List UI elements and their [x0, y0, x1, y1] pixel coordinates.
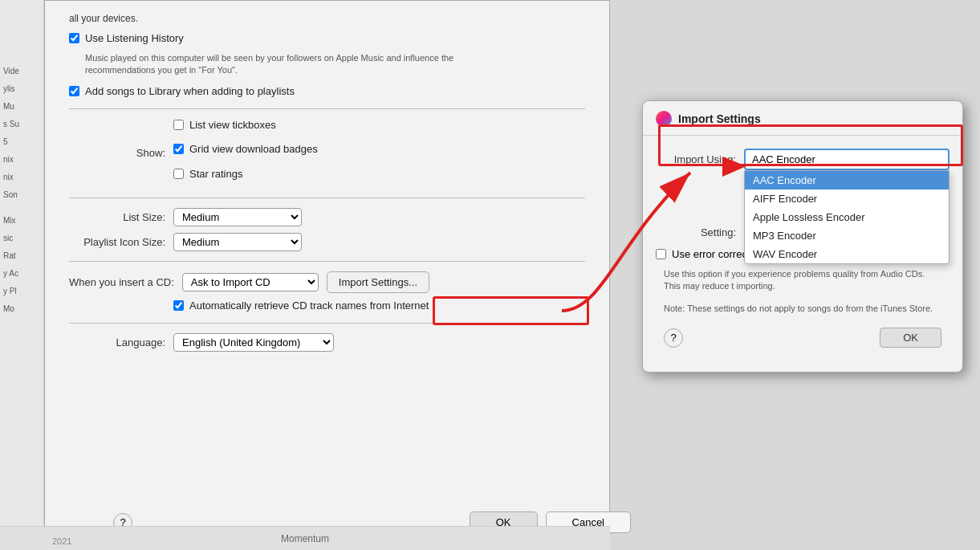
error-correction-desc: Use this option if you experience proble…: [656, 268, 950, 293]
use-listening-history-row: Use Listening History: [69, 32, 585, 46]
divider-1: [69, 108, 585, 109]
top-text: all your devices.: [69, 9, 585, 24]
import-using-label: Import Using:: [656, 153, 736, 165]
import-settings-dialog: Import Settings Import Using: AAC Encode…: [642, 100, 963, 373]
grid-view-badges-checkbox[interactable]: [173, 144, 184, 154]
list-size-row: List Size: Medium Small Large: [69, 208, 585, 226]
divider-3: [69, 261, 585, 262]
sidebar-item-3[interactable]: s Su: [0, 117, 43, 132]
sidebar-item-14[interactable]: Mo: [0, 302, 43, 316]
sidebar-item-6[interactable]: nix: [0, 170, 43, 185]
preferences-dialog: all your devices. Use Listening History …: [44, 0, 610, 550]
auto-retrieve-row: Automatically retrieve CD track names fr…: [173, 299, 585, 313]
language-select[interactable]: English (United Kingdom) English (United…: [173, 333, 334, 352]
sidebar-item-13[interactable]: y Pl: [0, 284, 43, 299]
import-using-row: Import Using: AAC Encoder AIFF Encoder A…: [656, 149, 950, 170]
sidebar-item-2[interactable]: Mu: [0, 100, 43, 114]
use-listening-history-label: Use Listening History: [85, 32, 184, 46]
dropdown-item-mp3[interactable]: MP3 Encoder: [745, 226, 949, 245]
sidebar-item-1[interactable]: ylis: [0, 82, 43, 96]
sidebar-item-5[interactable]: nix: [0, 153, 43, 167]
grid-view-badges-row: Grid view download badges: [173, 143, 318, 157]
add-songs-label: Add songs to Library when adding to play…: [85, 85, 295, 99]
import-ok-button[interactable]: OK: [880, 328, 941, 348]
import-dialog-title: Import Settings: [643, 101, 962, 136]
language-row: Language: English (United Kingdom) Engli…: [69, 333, 585, 352]
sidebar-item-0[interactable]: Vide: [0, 64, 43, 79]
dropdown-item-aiff[interactable]: AIFF Encoder: [745, 189, 949, 208]
star-ratings-row: Star ratings: [173, 168, 318, 181]
bottom-bar: Momentum: [0, 526, 610, 550]
sidebar-item-7[interactable]: Son: [0, 188, 43, 202]
star-ratings-label: Star ratings: [189, 168, 242, 181]
note-text: Note: These settings do not apply to son…: [656, 303, 950, 315]
sidebar-item-11[interactable]: Rat: [0, 249, 43, 263]
use-listening-history-checkbox[interactable]: [69, 33, 79, 43]
sidebar-item-4[interactable]: 5: [0, 135, 43, 149]
insert-cd-select[interactable]: Ask to Import CD Import CD Import CD and…: [182, 273, 319, 291]
star-ratings-checkbox[interactable]: [173, 169, 184, 179]
playlist-icon-size-row: Playlist Icon Size: Medium Small Large: [69, 233, 585, 251]
sidebar-item-10[interactable]: sic: [0, 231, 43, 246]
add-songs-row: Add songs to Library when adding to play…: [69, 85, 585, 99]
import-dialog-buttons: ? OK: [656, 328, 950, 359]
dropdown-item-aac[interactable]: AAC Encoder: [745, 171, 949, 189]
playlist-icon-size-label: Playlist Icon Size:: [69, 236, 165, 248]
list-view-tickboxes-label: List view tickboxes: [189, 119, 276, 132]
import-using-select-wrapper: AAC Encoder AIFF Encoder Apple Lossless …: [744, 149, 950, 170]
import-dialog-title-text: Import Settings: [678, 112, 761, 125]
import-settings-button[interactable]: Import Settings...: [327, 271, 429, 293]
list-view-tickboxes-checkbox[interactable]: [173, 120, 184, 130]
import-help-button[interactable]: ?: [664, 328, 683, 348]
import-using-dropdown-list: AAC Encoder AIFF Encoder Apple Lossless …: [744, 170, 950, 264]
insert-cd-label: When you insert a CD:: [69, 276, 174, 288]
bottom-bar-text: Momentum: [281, 533, 329, 544]
list-view-tickboxes-row: List view tickboxes: [173, 119, 318, 132]
import-using-select[interactable]: AAC Encoder AIFF Encoder Apple Lossless …: [744, 149, 950, 170]
add-songs-checkbox[interactable]: [69, 86, 79, 96]
itunes-logo-icon: [656, 111, 672, 127]
divider-2: [69, 198, 585, 198]
setting-label: Setting:: [656, 226, 736, 238]
list-size-select[interactable]: Medium Small Large: [173, 208, 302, 226]
sidebar-item-8[interactable]: [0, 206, 43, 210]
auto-retrieve-checkbox[interactable]: [173, 300, 184, 311]
grid-view-badges-label: Grid view download badges: [189, 143, 318, 157]
list-size-label: List Size:: [69, 211, 165, 223]
divider-4: [69, 323, 585, 324]
sidebar-item-9[interactable]: Mix: [0, 214, 43, 228]
sidebar: Vide ylis Mu s Su 5 nix nix Son Mix sic …: [0, 0, 44, 550]
year-text: 2021: [52, 536, 71, 546]
show-section: Show: List view tickboxes Grid view down…: [69, 119, 585, 189]
insert-cd-row: When you insert a CD: Ask to Import CD I…: [69, 271, 585, 293]
sidebar-item-12[interactable]: y Ac: [0, 267, 43, 281]
language-label: Language:: [69, 336, 165, 348]
auto-retrieve-label: Automatically retrieve CD track names fr…: [189, 299, 429, 313]
playlist-icon-size-select[interactable]: Medium Small Large: [173, 233, 302, 251]
listening-history-subtext: Music played on this computer will be se…: [85, 52, 502, 77]
error-correction-checkbox[interactable]: [656, 249, 666, 259]
dropdown-item-wav[interactable]: WAV Encoder: [745, 245, 949, 263]
dropdown-item-apple-lossless[interactable]: Apple Lossless Encoder: [745, 208, 949, 226]
import-dialog-body: Import Using: AAC Encoder AIFF Encoder A…: [643, 136, 962, 372]
show-label: Show:: [69, 147, 165, 159]
